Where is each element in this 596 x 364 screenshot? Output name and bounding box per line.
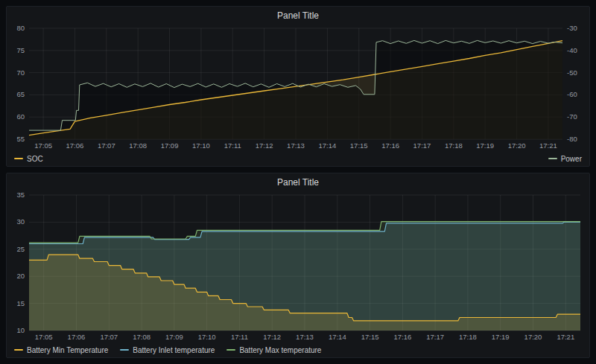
legend-dash [548,158,557,159]
legend: SOCPower [7,151,589,166]
svg-text:17:05: 17:05 [34,141,52,150]
svg-text:17:21: 17:21 [557,333,574,341]
legend-dash [226,349,235,351]
panel-battery-temperatures: Panel Title 10152025303517:0517:0617:071… [6,173,590,358]
svg-text:-70: -70 [567,112,577,121]
legend-item-soc[interactable]: SOC [14,155,43,163]
svg-text:65: 65 [16,90,25,98]
svg-text:75: 75 [16,46,25,54]
svg-text:17:11: 17:11 [231,333,248,341]
svg-text:60: 60 [16,112,25,121]
svg-text:70: 70 [16,68,25,77]
legend-dash [14,158,23,159]
svg-text:17:06: 17:06 [68,333,86,341]
svg-text:17:10: 17:10 [192,141,210,150]
svg-text:-60: -60 [567,90,577,98]
svg-text:25: 25 [16,245,25,253]
svg-text:-30: -30 [567,25,577,32]
svg-text:-80: -80 [567,135,577,143]
svg-text:17:09: 17:09 [165,333,183,341]
legend-label: Battery Max temperature [239,346,321,354]
time-series-chart-soc-power[interactable]: 556065707580-80-70-60-50-40-3017:0517:06… [7,25,589,151]
svg-text:17:08: 17:08 [133,333,150,341]
svg-text:17:13: 17:13 [296,333,314,341]
svg-text:17:19: 17:19 [476,141,494,150]
legend-label: Power [561,155,582,163]
plot-area: 556065707580-80-70-60-50-40-3017:0517:06… [7,25,589,151]
svg-text:17:20: 17:20 [524,333,542,341]
svg-text:17:08: 17:08 [129,141,147,150]
dashboard: Panel Title 556065707580-80-70-60-50-40-… [0,0,596,364]
svg-text:17:18: 17:18 [445,141,463,150]
svg-text:17:11: 17:11 [224,141,241,150]
svg-text:15: 15 [16,299,25,307]
legend-item-battery-max-temperature[interactable]: Battery Max temperature [226,346,321,354]
svg-text:17:21: 17:21 [539,141,557,150]
svg-text:10: 10 [16,326,25,334]
svg-text:30: 30 [16,217,25,226]
legend-dash [14,349,23,351]
svg-text:17:16: 17:16 [381,141,399,150]
time-series-chart-battery-temps[interactable]: 10152025303517:0517:0617:0717:0817:0917:… [7,191,589,342]
svg-text:-50: -50 [567,68,577,77]
svg-text:17:13: 17:13 [287,141,305,150]
svg-text:17:15: 17:15 [350,141,368,150]
legend-item-power[interactable]: Power [548,155,582,163]
svg-text:17:16: 17:16 [393,333,411,341]
legend-label: Battery Inlet temperature [133,346,215,354]
svg-text:17:07: 17:07 [100,333,118,341]
svg-text:17:19: 17:19 [492,333,510,341]
svg-text:17:20: 17:20 [508,141,526,150]
svg-text:17:15: 17:15 [361,333,379,341]
legend-item-battery-min-temperature[interactable]: Battery Min Temperature [14,346,108,354]
svg-text:17:14: 17:14 [329,333,346,341]
panel-power-soc: Panel Title 556065707580-80-70-60-50-40-… [6,6,590,167]
legend-item-battery-inlet-temperature[interactable]: Battery Inlet temperature [120,346,215,354]
svg-text:17:17: 17:17 [426,333,444,341]
panel-title[interactable]: Panel Title [7,173,589,191]
plot-area: 10152025303517:0517:0617:0717:0817:0917:… [7,191,589,342]
svg-text:-40: -40 [567,46,577,54]
svg-text:17:14: 17:14 [318,141,336,150]
svg-text:17:18: 17:18 [459,333,477,341]
svg-text:17:17: 17:17 [413,141,431,150]
svg-text:17:12: 17:12 [256,141,273,150]
legend-label: Battery Min Temperature [27,346,108,354]
svg-text:17:05: 17:05 [35,333,53,341]
svg-text:17:09: 17:09 [161,141,179,150]
legend-dash [120,349,129,351]
svg-text:17:10: 17:10 [198,333,216,341]
svg-text:55: 55 [16,135,25,143]
svg-text:17:06: 17:06 [66,141,84,150]
panel-title[interactable]: Panel Title [7,7,589,25]
svg-text:20: 20 [16,272,25,280]
svg-text:17:12: 17:12 [263,333,281,341]
svg-text:80: 80 [16,25,25,32]
svg-text:35: 35 [16,191,25,199]
legend-label: SOC [27,155,43,163]
svg-text:17:07: 17:07 [98,141,115,150]
legend: Battery Min TemperatureBattery Inlet tem… [7,342,589,357]
